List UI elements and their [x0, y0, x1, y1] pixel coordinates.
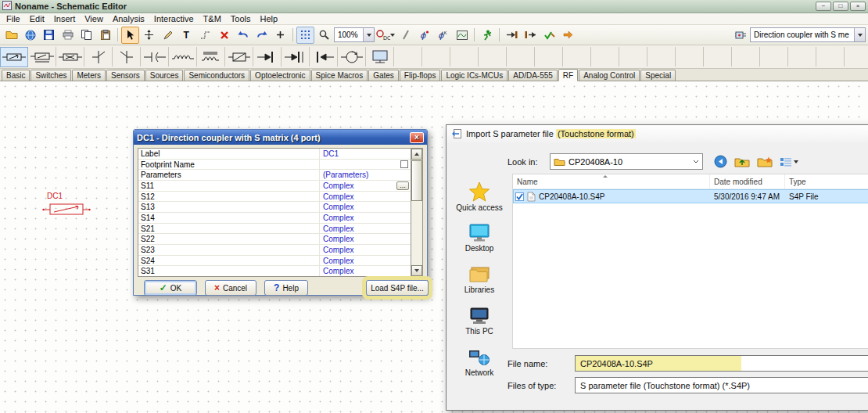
menu-item[interactable]: Interactive	[149, 14, 199, 23]
help-button[interactable]: ?Help	[264, 280, 308, 296]
component-tab[interactable]: Gates	[368, 70, 399, 81]
footprint-checkbox[interactable]	[400, 160, 408, 168]
property-value-cell[interactable]: Complex	[320, 192, 411, 202]
look-in-select[interactable]: CP20408A-10	[550, 153, 703, 170]
property-value-cell[interactable]: Complex	[320, 234, 411, 244]
scroll-thumb[interactable]	[411, 160, 422, 201]
rf-stub-button[interactable]	[85, 48, 112, 66]
menu-item[interactable]: File	[2, 14, 25, 23]
rf-circulator-button[interactable]	[339, 48, 365, 66]
menu-item[interactable]: Edit	[25, 14, 49, 23]
pen-tool-button[interactable]	[159, 27, 177, 44]
property-value-cell[interactable]: Complex	[320, 245, 411, 255]
rf-stub-2-button[interactable]	[113, 48, 140, 66]
title-bar[interactable]: Noname - Schematic Editor − □ ×	[0, 0, 868, 13]
rf-attenuator-button[interactable]	[226, 48, 253, 66]
component-tab[interactable]: Optoelectronic	[250, 70, 310, 81]
property-value-cell[interactable]: Complex	[320, 213, 411, 223]
component-tab[interactable]: Special	[640, 70, 676, 81]
phase-meter-button[interactable]: ϕ	[415, 27, 433, 44]
scroll-down-button[interactable]	[411, 265, 422, 276]
open-file-button[interactable]	[2, 27, 20, 44]
back-button[interactable]	[714, 155, 727, 168]
dialog-title-bar[interactable]: Import S parameter file (Touchstone form…	[447, 125, 868, 142]
component-tab[interactable]: Flip-flops	[400, 70, 441, 81]
dc1-component[interactable]: DC1	[42, 192, 91, 220]
sidebar-item-quick-access[interactable]: Quick access	[451, 175, 508, 217]
file-checkbox[interactable]	[515, 192, 524, 201]
file-row[interactable]: CP20408A-10.S4P 5/30/2016 9:47 AM S4P Fi…	[513, 189, 868, 203]
rf-port-in-2-button[interactable]	[282, 48, 309, 66]
new-folder-button[interactable]	[757, 156, 773, 168]
delete-button[interactable]	[215, 27, 233, 44]
move-tool-button[interactable]	[140, 27, 158, 44]
rf-trimmer-cap-button[interactable]	[142, 48, 168, 66]
component-tab[interactable]: Sources	[145, 70, 184, 81]
sidebar-item-desktop[interactable]: Desktop	[451, 217, 508, 258]
minimize-button[interactable]: −	[816, 2, 831, 11]
column-header-date-modified[interactable]: Date modified	[710, 174, 785, 189]
pin-check-button[interactable]	[540, 27, 558, 44]
ellipsis-button[interactable]: ...	[396, 181, 409, 190]
open-web-button[interactable]	[21, 27, 39, 44]
chevron-down-icon[interactable]	[690, 160, 702, 163]
chevron-down-icon[interactable]	[363, 28, 374, 41]
wire-tool-button[interactable]	[196, 27, 214, 44]
rf-port-out-button[interactable]	[310, 48, 337, 66]
property-value-cell[interactable]: Complex	[320, 202, 411, 212]
component-tab[interactable]: Sensors	[106, 70, 145, 81]
select-tool-button[interactable]	[121, 27, 139, 44]
rf-coupler-s4p-button[interactable]	[1, 48, 27, 66]
property-value-cell[interactable]: DC1	[320, 149, 411, 159]
property-value-cell[interactable]	[320, 160, 411, 170]
save-button[interactable]	[40, 27, 58, 44]
menu-item[interactable]: Insert	[49, 14, 81, 23]
component-tab[interactable]: AD/DA-555	[508, 70, 558, 81]
export-arrow-button[interactable]	[559, 27, 577, 44]
copy-button[interactable]	[77, 27, 95, 44]
property-value-cell[interactable]: Complex ...	[320, 181, 411, 191]
dc-ac-mode-button[interactable]: DC	[375, 27, 396, 44]
menu-item[interactable]: Help	[256, 14, 283, 23]
component-tab[interactable]: Switches	[30, 70, 71, 81]
dialog-title-bar[interactable]: DC1 - Direction coupler with S matrix (4…	[134, 130, 427, 145]
impedance-meter-button[interactable]: ϕK	[434, 27, 452, 44]
menu-item[interactable]: Analysis	[108, 14, 149, 23]
property-value-cell[interactable]: Complex	[320, 224, 411, 234]
maximize-button[interactable]: □	[833, 2, 848, 11]
ok-button[interactable]: ✓OK	[144, 280, 197, 296]
paste-button[interactable]	[96, 27, 114, 44]
views-menu-button[interactable]	[780, 156, 798, 167]
run-interactive-button[interactable]	[478, 27, 496, 44]
property-value-cell[interactable]: Complex	[320, 256, 411, 266]
property-value-cell[interactable]: (Parameters)	[320, 170, 411, 180]
grid-toggle-button[interactable]	[296, 27, 314, 44]
menu-item[interactable]: Tools	[226, 14, 256, 23]
output-pin-button[interactable]	[522, 27, 540, 44]
text-tool-button[interactable]: T	[178, 27, 195, 44]
column-header-name[interactable]: Name	[513, 174, 710, 189]
property-value-cell[interactable]: Complex	[320, 266, 411, 276]
sidebar-item-this-pc[interactable]: This PC	[451, 300, 508, 341]
add-component-button[interactable]	[271, 27, 289, 44]
signal-analyzer-button[interactable]	[453, 27, 471, 44]
dialog-scrollbar[interactable]	[411, 148, 423, 277]
zoom-tool-button[interactable]	[315, 27, 333, 44]
file-name-input[interactable]: CP20408A-10.S4P	[575, 355, 868, 372]
menu-item[interactable]: View	[80, 14, 108, 23]
rf-coupler-2-button[interactable]	[29, 48, 56, 66]
redo-button[interactable]	[253, 27, 271, 44]
rf-inductor-button[interactable]	[170, 48, 196, 66]
close-button[interactable]: ×	[850, 2, 866, 11]
print-button[interactable]	[59, 27, 77, 44]
component-tab[interactable]: Semiconductors	[184, 70, 249, 81]
input-pin-button[interactable]	[503, 27, 521, 44]
sidebar-item-libraries[interactable]: Libraries	[451, 258, 508, 300]
sidebar-item-network[interactable]: Network	[451, 341, 508, 382]
component-tab[interactable]: Spice Macros	[311, 70, 368, 81]
undo-button[interactable]	[234, 27, 252, 44]
rf-inductor-core-button[interactable]	[198, 48, 224, 66]
zoom-level-select[interactable]: 100%	[334, 27, 375, 42]
up-one-level-button[interactable]	[734, 156, 750, 168]
column-header-type[interactable]: Type	[785, 174, 868, 189]
